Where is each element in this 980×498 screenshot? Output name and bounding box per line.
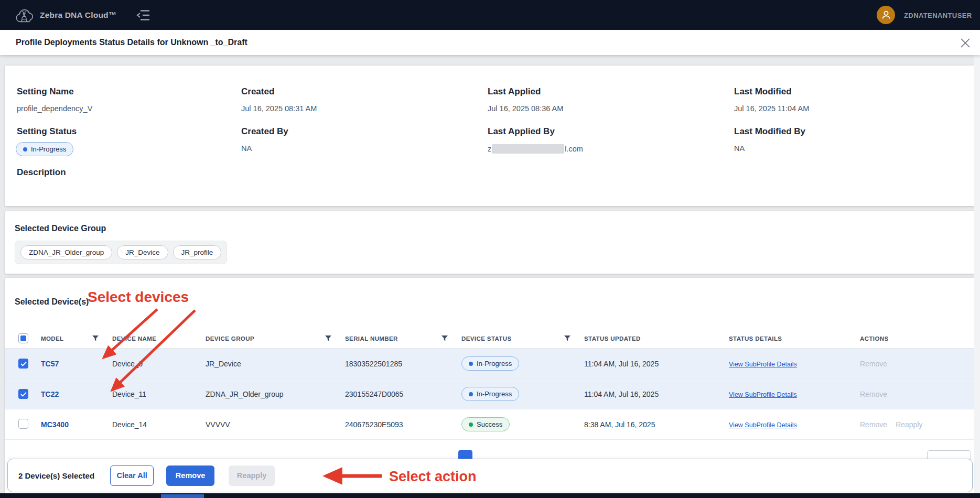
view-subprofile-details-link[interactable]: View SubProfile Details — [729, 391, 797, 398]
serial-number-cell: 230155247D0065 — [345, 390, 461, 398]
col-serial-number: SERIAL NUMBER — [345, 335, 398, 342]
device-name-cell: Device_11 — [112, 390, 206, 398]
last-applied-by-label: Last Applied By — [488, 126, 555, 137]
device-group-cell: VVVVV — [206, 420, 345, 429]
col-device-group: DEVICE GROUP — [206, 335, 254, 342]
selected-devices-title: Selected Device(s) — [15, 297, 89, 307]
last-applied-value: Jul 16, 2025 08:36 AM — [488, 104, 563, 113]
devices-table: MODEL DEVICE NAME DEVICE GROUP SERIAL NU… — [5, 329, 975, 440]
device-group-cell: ZDNA_JR_Older_group — [206, 390, 345, 398]
created-value: Jul 16, 2025 08:31 AM — [241, 104, 317, 113]
bulk-action-bar: 2 Device(s) Selected Clear All Remove Re… — [7, 459, 973, 492]
status-updated-cell: 11:04 AM, Jul 16, 2025 — [584, 360, 729, 368]
device-status-badge: Success — [461, 417, 510, 431]
remove-button[interactable]: Remove — [166, 465, 214, 486]
last-modified-value: Jul 16, 2025 11:04 AM — [734, 104, 809, 113]
reapply-button[interactable]: Reapply — [229, 465, 275, 486]
row-checkbox[interactable] — [18, 419, 28, 429]
col-actions: ACTIONS — [860, 335, 889, 342]
selected-device-group-card: Selected Device Group ZDNA_JR_Older_grou… — [5, 211, 975, 274]
setting-status-text: In-Progress — [31, 145, 66, 153]
serial-number-cell: 18303522501285 — [345, 360, 461, 368]
col-device-name: DEVICE NAME — [112, 335, 156, 342]
select-all-checkbox[interactable] — [18, 333, 28, 343]
setting-name-value: profile_dependency_V — [17, 104, 92, 113]
top-app-bar: Zebra DNA Cloud™ ZDNATENANTUSER — [0, 0, 980, 30]
scrollbar-track[interactable] — [974, 55, 980, 493]
selected-count-label: 2 Device(s) Selected — [18, 471, 94, 480]
select-devices-annotation: Select devices — [88, 289, 189, 306]
status-text: In-Progress — [477, 390, 512, 398]
last-modified-by-value: NA — [734, 144, 745, 153]
filter-icon[interactable] — [92, 335, 99, 341]
device-status-badge: In-Progress — [461, 387, 519, 401]
last-applied-label: Last Applied — [488, 86, 541, 97]
created-label: Created — [241, 86, 274, 97]
created-by-value: NA — [241, 144, 252, 153]
col-device-status: DEVICE STATUS — [461, 335, 512, 342]
bottom-edge-accent — [161, 494, 204, 498]
remove-action[interactable]: Remove — [860, 360, 887, 368]
filter-icon[interactable] — [564, 335, 570, 341]
device-group-title: Selected Device Group — [15, 224, 106, 233]
close-icon[interactable] — [959, 37, 972, 49]
modal-title: Profile Deployments Status Details for U… — [16, 38, 247, 47]
redacted-email-segment — [492, 144, 564, 154]
status-dot-icon — [469, 362, 473, 366]
last-modified-by-label: Last Modified By — [734, 126, 805, 137]
view-subprofile-details-link[interactable]: View SubProfile Details — [729, 421, 797, 429]
status-dot-icon — [469, 423, 473, 427]
row-checkbox[interactable] — [18, 389, 28, 399]
status-text: Success — [477, 420, 502, 428]
select-action-annotation: Select action — [389, 469, 477, 485]
status-updated-cell: 8:38 AM, Jul 16, 2025 — [584, 420, 729, 429]
device-group-cell: JR_Device — [206, 360, 345, 368]
status-text: In-Progress — [477, 360, 512, 367]
status-updated-cell: 11:04 AM, Jul 16, 2025 — [584, 390, 729, 398]
remove-action[interactable]: Remove — [860, 420, 887, 429]
col-status-updated: STATUS UPDATED — [584, 335, 641, 342]
table-header-row: MODEL DEVICE NAME DEVICE GROUP SERIAL NU… — [5, 329, 975, 349]
remove-action[interactable]: Remove — [860, 390, 887, 398]
device-status-badge: In-Progress — [461, 356, 519, 371]
device-model-link[interactable]: TC57 — [41, 360, 59, 368]
last-modified-label: Last Modified — [734, 86, 792, 97]
reapply-action[interactable]: Reapply — [896, 420, 922, 429]
table-row[interactable]: MC3400 Device_14 VVVVV 240675230E5093 Su… — [5, 409, 975, 440]
person-icon — [880, 9, 892, 21]
device-model-link[interactable]: TC22 — [41, 390, 59, 398]
view-subprofile-details-link[interactable]: View SubProfile Details — [729, 361, 797, 368]
device-group-chips: ZDNA_JR_Older_group JR_Device JR_profile — [15, 241, 227, 264]
screen: Zebra DNA Cloud™ ZDNATENANTUSER Profile … — [0, 0, 980, 498]
username-label[interactable]: ZDNATENANTUSER — [904, 11, 972, 19]
table-row[interactable]: TC22 Device_11 ZDNA_JR_Older_group 23015… — [5, 379, 975, 409]
deployment-overview-card: Setting Name profile_dependency_V Create… — [5, 66, 975, 206]
last-applied-by-value: zl.com — [488, 144, 583, 154]
app-title: Zebra DNA Cloud™ — [40, 10, 116, 20]
bottom-page-edge — [0, 493, 980, 498]
email-prefix: z — [488, 145, 491, 153]
zebra-dna-cloud-logo-icon — [13, 4, 36, 29]
device-group-chip: JR_profile — [173, 245, 222, 259]
device-group-chip: ZDNA_JR_Older_group — [20, 245, 112, 259]
table-row[interactable]: TC57 Device_9 JR_Device 18303522501285 I… — [5, 349, 975, 379]
filter-icon[interactable] — [441, 335, 448, 341]
device-group-chip: JR_Device — [117, 245, 168, 259]
modal-header: Profile Deployments Status Details for U… — [0, 30, 980, 55]
email-suffix: l.com — [565, 145, 583, 153]
device-name-cell: Device_14 — [112, 420, 206, 429]
col-status-details: STATUS DETAILS — [729, 335, 782, 342]
clear-all-button[interactable]: Clear All — [110, 465, 154, 486]
device-name-cell: Device_9 — [112, 360, 206, 368]
created-by-label: Created By — [241, 126, 288, 137]
col-model: MODEL — [41, 335, 64, 342]
status-dot-icon — [469, 392, 473, 396]
filter-icon[interactable] — [325, 335, 331, 341]
setting-status-label: Setting Status — [17, 126, 77, 137]
device-model-link[interactable]: MC3400 — [41, 420, 69, 429]
description-label: Description — [17, 167, 66, 178]
sidebar-collapse-icon[interactable] — [135, 8, 151, 22]
user-avatar[interactable] — [877, 6, 895, 24]
status-dot-icon — [23, 147, 27, 151]
row-checkbox[interactable] — [18, 359, 28, 369]
